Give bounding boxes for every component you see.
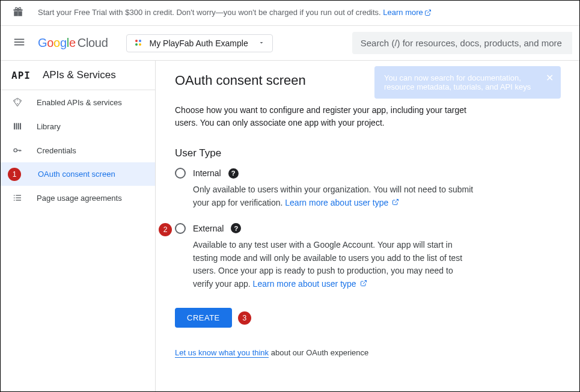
trial-banner: Start your Free Trial with $300 in credi… <box>1 1 579 26</box>
svg-rect-23 <box>18 123 19 130</box>
external-block: 2 External ? Available to any test user … <box>175 223 560 291</box>
svg-point-32 <box>14 195 15 196</box>
svg-point-13 <box>139 43 141 46</box>
svg-point-34 <box>14 200 15 201</box>
svg-rect-30 <box>16 197 21 198</box>
diamond-icon <box>11 97 23 107</box>
radio-internal[interactable]: Internal ? <box>175 168 560 179</box>
sidebar-item-enabled-apis[interactable]: Enabled APIs & services <box>1 90 155 114</box>
sidebar: API APIs & Services Enabled APIs & servi… <box>1 61 156 392</box>
radio-label-external: External <box>193 224 224 233</box>
svg-point-18 <box>17 99 18 100</box>
svg-point-19 <box>19 100 20 102</box>
hamburger-icon[interactable] <box>8 31 31 55</box>
page-title: OAuth consent screen <box>175 73 560 88</box>
external-learn-more-link[interactable]: Learn more about user type <box>253 279 367 289</box>
svg-rect-22 <box>16 123 17 130</box>
svg-rect-3 <box>17 8 19 16</box>
step-badge-3: 3 <box>238 311 251 325</box>
svg-rect-7 <box>14 39 25 40</box>
key-icon <box>11 145 23 155</box>
sidebar-item-oauth-consent[interactable]: 1 x OAuth consent screen <box>1 162 155 186</box>
settings-list-icon <box>11 193 23 203</box>
library-icon <box>11 121 23 131</box>
step-badge-1: 1 <box>8 168 21 181</box>
radio-icon[interactable] <box>175 223 186 234</box>
svg-rect-31 <box>16 200 21 200</box>
sidebar-item-label: Enabled APIs & services <box>37 98 122 107</box>
chevron-down-icon <box>258 38 265 48</box>
google-cloud-logo[interactable]: GoogleCloud <box>38 36 108 50</box>
svg-marker-14 <box>260 42 263 44</box>
external-description: Available to any test user with a Google… <box>193 239 475 291</box>
internal-block: Internal ? Only available to users withi… <box>175 168 560 210</box>
trial-text: Start your Free Trial with $300 in credi… <box>38 8 432 17</box>
svg-rect-9 <box>14 44 25 46</box>
svg-line-35 <box>395 200 398 203</box>
svg-point-25 <box>14 149 17 152</box>
svg-point-17 <box>14 100 16 102</box>
radio-icon[interactable] <box>175 168 186 179</box>
sidebar-item-label: Page usage agreements <box>37 194 122 203</box>
help-icon[interactable]: ? <box>228 168 239 179</box>
svg-line-36 <box>363 281 367 284</box>
create-row: CREATE 3 <box>175 308 560 328</box>
svg-point-33 <box>14 197 15 198</box>
svg-point-10 <box>135 40 138 42</box>
sidebar-item-library[interactable]: Library <box>1 114 155 138</box>
svg-point-5 <box>19 7 20 9</box>
svg-rect-1 <box>19 11 22 16</box>
sidebar-item-label: OAuth consent screen <box>38 170 115 179</box>
page-description: Choose how you want to configure and reg… <box>175 104 475 129</box>
trial-learn-more-link[interactable]: Learn more <box>383 8 431 17</box>
logo-text: GoogleCloud <box>38 36 108 50</box>
top-bar: GoogleCloud My PlayFab Auth Example Sear… <box>1 26 579 61</box>
svg-rect-8 <box>14 41 25 43</box>
project-picker[interactable]: My PlayFab Auth Example <box>126 34 273 52</box>
svg-point-4 <box>15 7 17 9</box>
svg-line-6 <box>427 10 431 13</box>
help-icon[interactable]: ? <box>231 223 241 233</box>
sidebar-item-page-usage[interactable]: Page usage agreements <box>1 186 155 210</box>
external-link-icon <box>424 9 432 18</box>
svg-point-20 <box>17 103 18 105</box>
external-link-icon <box>360 278 367 291</box>
gift-icon <box>13 7 23 19</box>
feedback-link[interactable]: Let us know what you think <box>175 348 269 358</box>
sidebar-item-label: Library <box>37 122 61 131</box>
svg-point-12 <box>135 43 138 46</box>
external-link-icon <box>392 197 399 210</box>
radio-label-internal: Internal <box>193 168 221 178</box>
api-badge-icon: API <box>11 70 31 81</box>
svg-rect-29 <box>16 195 21 195</box>
svg-point-11 <box>139 40 141 42</box>
create-button[interactable]: CREATE <box>175 308 232 328</box>
search-input[interactable]: Search (/) for resources, docs, products… <box>352 32 572 54</box>
feedback-line: Let us know what you think about our OAu… <box>175 348 560 357</box>
svg-rect-24 <box>20 123 21 130</box>
internal-description: Only available to users within your orga… <box>193 183 475 210</box>
project-dots-icon <box>134 38 144 48</box>
project-name: My PlayFab Auth Example <box>150 38 248 48</box>
step-badge-2: 2 <box>159 223 172 236</box>
user-type-heading: User Type <box>175 147 560 159</box>
radio-external[interactable]: External ? <box>175 223 560 234</box>
sidebar-item-credentials[interactable]: Credentials <box>1 138 155 162</box>
internal-learn-more-link[interactable]: Learn more about user type <box>285 198 399 207</box>
svg-rect-0 <box>14 11 17 16</box>
svg-rect-21 <box>14 123 15 130</box>
main-area: API APIs & Services Enabled APIs & servi… <box>1 61 579 392</box>
content: OAuth consent screen Choose how you want… <box>156 61 579 392</box>
sidebar-header: API APIs & Services <box>1 61 155 90</box>
sidebar-item-label: Credentials <box>37 146 76 155</box>
search-placeholder: Search (/) for resources, docs, products… <box>361 38 562 48</box>
sidebar-title: APIs & Services <box>43 69 116 81</box>
